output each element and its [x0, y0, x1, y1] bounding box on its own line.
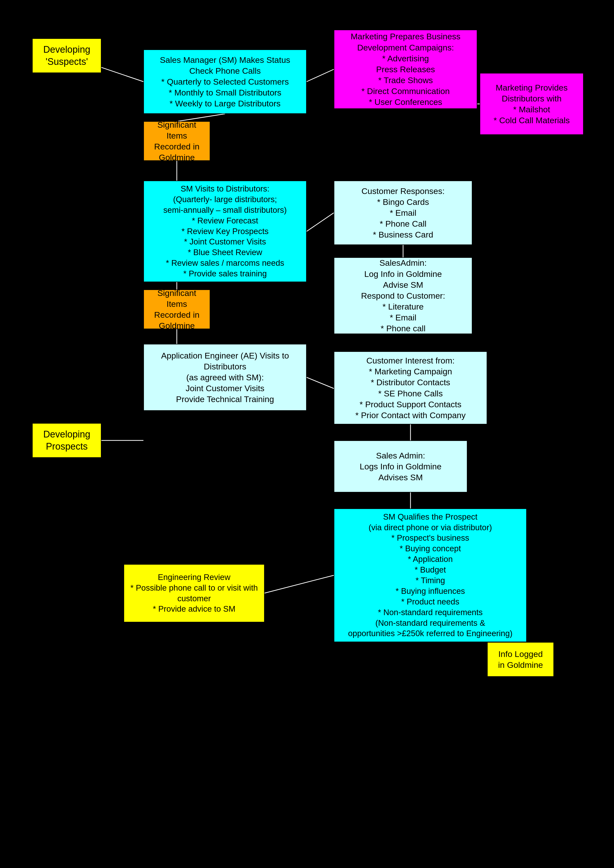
- developing-prospects-box: Developing Prospects: [32, 423, 101, 458]
- sales-manager-calls-box: Sales Manager (SM) Makes Status Check Ph…: [143, 50, 307, 114]
- sales-admin-logs-box: Sales Admin: Logs Info in Goldmine Advis…: [334, 441, 467, 492]
- svg-line-12: [265, 575, 334, 593]
- sm-visits-box: SM Visits to Distributors: (Quarterly- l…: [143, 181, 307, 282]
- svg-line-4: [307, 213, 334, 231]
- engineering-review-box: Engineering Review * Possible phone call…: [124, 564, 265, 622]
- significant-items-1-box: Significant Items Recorded in Goldmine: [143, 121, 210, 161]
- marketing-provides-box: Marketing Provides Distributors with * M…: [480, 73, 584, 135]
- marketing-prepares-box: Marketing Prepares Business Development …: [334, 30, 477, 109]
- svg-line-2: [307, 69, 334, 82]
- info-logged-box: Info Logged in Goldmine: [487, 642, 554, 677]
- customer-interest-box: Customer Interest from: * Marketing Camp…: [334, 351, 487, 424]
- significant-items-2-box: Significant Items Recorded in Goldmine: [143, 289, 210, 329]
- sales-admin-log-box: SalesAdmin: Log Info in Goldmine Advise …: [334, 257, 472, 334]
- ae-visits-box: Application Engineer (AE) Visits to Dist…: [143, 344, 307, 411]
- developing-suspects-box: Developing 'Suspects': [32, 38, 101, 73]
- customer-responses-box: Customer Responses: * Bingo Cards * Emai…: [334, 181, 472, 245]
- sm-qualifies-box: SM Qualifies the Prospect (via direct ph…: [334, 508, 527, 642]
- flowchart-container: Developing 'Suspects' Marketing Prepares…: [0, 0, 614, 868]
- svg-line-8: [307, 377, 334, 388]
